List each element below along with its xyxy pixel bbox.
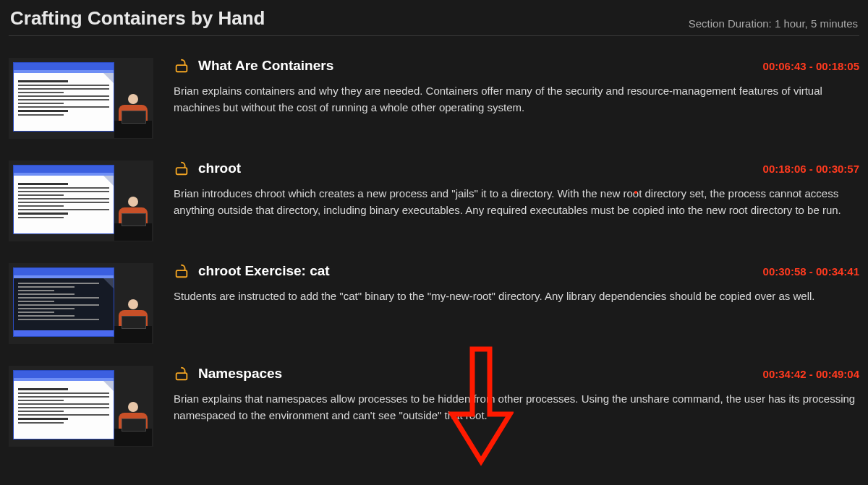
lock-icon xyxy=(174,263,190,279)
lesson-description: Brian explains that namespaces allow pro… xyxy=(174,390,859,424)
lock-icon xyxy=(174,58,190,74)
lesson-description: Brian introduces chroot which creates a … xyxy=(174,185,859,219)
lesson-timestamp: 00:30:58 - 00:34:41 xyxy=(763,265,859,278)
lesson-timestamp: 00:06:43 - 00:18:05 xyxy=(763,60,859,72)
lock-icon xyxy=(174,366,190,382)
lesson-thumbnail[interactable] xyxy=(9,58,153,139)
lesson-list: What Are Containers 00:06:43 - 00:18:05 … xyxy=(9,58,859,447)
svg-rect-0 xyxy=(176,65,187,72)
lesson-header: What Are Containers 00:06:43 - 00:18:05 xyxy=(174,58,859,74)
lesson-body: chroot Exercise: cat 00:30:58 - 00:34:41… xyxy=(153,263,859,304)
svg-rect-1 xyxy=(176,168,187,174)
section-header: Crafting Containers by Hand Section Dura… xyxy=(9,0,859,36)
lesson-body: What Are Containers 00:06:43 - 00:18:05 … xyxy=(153,58,859,116)
lesson-description: Students are instructed to add the "cat"… xyxy=(174,288,859,304)
lesson-title-link[interactable]: What Are Containers xyxy=(198,58,333,74)
lesson-timestamp: 00:34:42 - 00:49:04 xyxy=(763,368,859,380)
lesson-timestamp: 00:18:06 - 00:30:57 xyxy=(763,163,859,175)
lesson-row: chroot Exercise: cat 00:30:58 - 00:34:41… xyxy=(9,263,859,344)
lesson-title-link[interactable]: chroot xyxy=(198,160,241,176)
lesson-thumbnail[interactable] xyxy=(9,366,153,447)
lesson-body: chroot 00:18:06 - 00:30:57 Brian introdu… xyxy=(153,160,859,219)
lesson-thumbnail[interactable] xyxy=(9,160,153,241)
lesson-header: chroot Exercise: cat 00:30:58 - 00:34:41 xyxy=(174,263,859,279)
lesson-row: Namespaces 00:34:42 - 00:49:04 Brian exp… xyxy=(9,366,859,447)
lesson-header: Namespaces 00:34:42 - 00:49:04 xyxy=(174,366,859,382)
lesson-body: Namespaces 00:34:42 - 00:49:04 Brian exp… xyxy=(153,366,859,424)
lesson-title-link[interactable]: Namespaces xyxy=(198,366,282,382)
lock-icon xyxy=(174,160,190,176)
section-title: Crafting Containers by Hand xyxy=(10,7,265,30)
lesson-title-link[interactable]: chroot Exercise: cat xyxy=(198,263,330,279)
lesson-header: chroot 00:18:06 - 00:30:57 xyxy=(174,160,859,176)
lesson-thumbnail[interactable] xyxy=(9,263,153,344)
lesson-description: Brian explains containers and why they a… xyxy=(174,82,859,116)
lesson-row: chroot 00:18:06 - 00:30:57 Brian introdu… xyxy=(9,160,859,241)
section-duration: Section Duration: 1 hour, 5 minutes xyxy=(689,17,858,30)
svg-rect-2 xyxy=(176,270,187,277)
svg-rect-3 xyxy=(176,373,187,379)
lesson-row: What Are Containers 00:06:43 - 00:18:05 … xyxy=(9,58,859,139)
annotation-dot xyxy=(634,191,637,194)
